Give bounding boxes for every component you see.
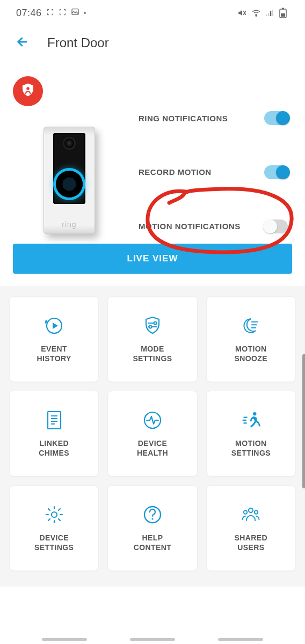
back-arrow-icon <box>15 34 30 52</box>
card-label: MOTION SNOOZE <box>235 344 268 363</box>
svg-point-19 <box>151 518 153 519</box>
picture-icon <box>71 8 79 19</box>
toggle-label: RECORD MOTION <box>139 167 212 177</box>
status-bar: 07:46 <box>0 0 305 26</box>
svg-point-13 <box>149 325 151 328</box>
card-event-history[interactable]: EVENT HISTORY <box>10 297 98 382</box>
card-label: DEVICE SETTINGS <box>34 533 74 552</box>
toggle-motion-notifications: MOTION NOTIFICATIONS <box>139 219 288 233</box>
svg-point-12 <box>154 321 156 324</box>
card-label: MODE SETTINGS <box>133 344 172 363</box>
capture-icon <box>59 8 67 19</box>
card-linked-chimes[interactable]: LINKED CHIMES <box>10 391 98 476</box>
svg-rect-14 <box>48 412 61 429</box>
toggle-record-motion: RECORD MOTION <box>139 165 288 179</box>
page-title: Front Door <box>47 35 109 50</box>
scroll-indicator[interactable] <box>302 354 305 488</box>
gear-icon <box>43 504 65 525</box>
status-time: 07:46 <box>16 8 42 19</box>
question-circle-icon <box>142 504 163 525</box>
svg-rect-5 <box>272 10 273 16</box>
svg-point-22 <box>255 510 258 514</box>
record-motion-switch[interactable] <box>264 165 288 179</box>
history-play-icon <box>43 315 65 336</box>
home-mode-badge[interactable] <box>13 76 43 106</box>
card-mode-settings[interactable]: MODE SETTINGS <box>108 297 197 382</box>
card-label: LINKED CHIMES <box>39 438 69 458</box>
battery-icon <box>279 8 287 18</box>
running-person-icon <box>240 409 262 431</box>
volume-mute-icon <box>237 8 247 18</box>
svg-rect-3 <box>268 13 269 16</box>
svg-rect-7 <box>282 8 284 10</box>
toggle-label: MOTION NOTIFICATIONS <box>139 222 241 231</box>
heartbeat-icon <box>142 409 163 431</box>
card-help-content[interactable]: HELP CONTENT <box>108 486 197 570</box>
wifi-icon <box>251 8 261 18</box>
app-header: Front Door <box>0 26 305 60</box>
card-motion-settings[interactable]: MOTION SETTINGS <box>207 391 295 476</box>
system-nav-hint <box>0 638 305 641</box>
status-dot <box>84 12 86 14</box>
card-label: SHARED USERS <box>235 533 268 552</box>
svg-point-16 <box>253 412 256 415</box>
card-label: MOTION SETTINGS <box>231 438 271 458</box>
back-button[interactable] <box>13 33 32 53</box>
shield-person-icon <box>20 82 36 100</box>
signal-icon <box>265 8 275 18</box>
card-motion-snooze[interactable]: MOTION SNOOZE <box>207 297 295 382</box>
card-label: HELP CONTENT <box>134 533 171 552</box>
svg-rect-8 <box>281 13 285 17</box>
svg-rect-2 <box>266 14 267 16</box>
device-brand: ring <box>43 220 95 229</box>
card-device-settings[interactable]: DEVICE SETTINGS <box>10 486 98 570</box>
svg-point-17 <box>52 512 57 517</box>
status-right <box>237 8 287 18</box>
moon-snooze-icon <box>240 315 262 336</box>
device-image: ring <box>13 111 126 234</box>
svg-point-1 <box>256 15 257 16</box>
toggle-label: RING NOTIFICATIONS <box>139 114 228 123</box>
users-group-icon <box>240 504 262 525</box>
svg-point-9 <box>26 87 30 90</box>
ring-notifications-switch[interactable] <box>264 111 288 125</box>
card-label: EVENT HISTORY <box>37 344 71 363</box>
live-view-button[interactable]: LIVE VIEW <box>13 244 292 274</box>
svg-rect-4 <box>270 11 271 16</box>
card-area: EVENT HISTORY MODE SETTINGS MOTION SNOOZ… <box>0 287 305 587</box>
capture-icon <box>46 8 54 19</box>
svg-point-20 <box>249 508 253 513</box>
motion-notifications-switch[interactable] <box>264 219 288 233</box>
document-lines-icon <box>43 409 65 431</box>
card-label: DEVICE HEALTH <box>137 438 168 458</box>
svg-marker-11 <box>53 323 58 329</box>
svg-point-21 <box>244 510 247 514</box>
toggle-ring-notifications: RING NOTIFICATIONS <box>139 111 288 125</box>
status-left: 07:46 <box>16 8 86 19</box>
shield-sliders-icon <box>142 315 163 336</box>
card-shared-users[interactable]: SHARED USERS <box>207 486 295 570</box>
card-device-health[interactable]: DEVICE HEALTH <box>108 391 197 476</box>
device-section: ring RING NOTIFICATIONS RECORD MOTION MO… <box>0 60 305 239</box>
